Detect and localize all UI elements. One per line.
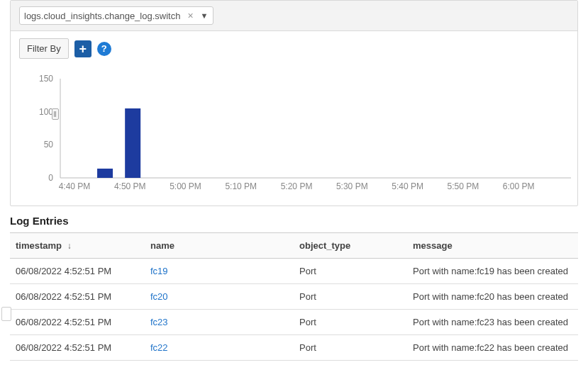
plus-icon: + <box>79 43 87 55</box>
cell-message: Port with name:fc20 has been created <box>407 284 578 310</box>
x-tick-label: 6:00 PM <box>503 181 535 191</box>
cell-name: fc22 <box>145 335 294 361</box>
name-link[interactable]: fc19 <box>150 266 168 276</box>
row-selector-handle[interactable] <box>1 307 11 321</box>
column-label: timestamp <box>16 240 62 251</box>
section-title: Log Entries <box>10 215 578 227</box>
add-filter-button[interactable]: + <box>74 40 91 57</box>
table-row: 06/08/2022 4:52:51 PMfc22PortPort with n… <box>10 335 578 361</box>
query-bar: logs.cloud_insights.change_log.switch × … <box>11 1 577 31</box>
cell-timestamp: 06/08/2022 4:52:51 PM <box>10 335 145 361</box>
cell-object-type: Port <box>294 310 407 335</box>
query-text: logs.cloud_insights.change_log.switch <box>24 11 180 21</box>
x-tick-label: 5:20 PM <box>281 181 313 191</box>
close-icon[interactable]: × <box>186 10 194 21</box>
name-link[interactable]: fc20 <box>150 291 168 302</box>
x-tick-label: 4:50 PM <box>114 181 146 191</box>
log-entries-table: timestamp ↓ name object_type message 06/… <box>10 232 578 361</box>
column-label: name <box>150 240 174 251</box>
cell-name: fc19 <box>145 259 294 284</box>
cell-message: Port with name:fc23 has been created <box>407 310 578 335</box>
x-tick-label: 5:30 PM <box>336 181 368 191</box>
x-tick-label: 5:00 PM <box>170 181 201 191</box>
column-header-name[interactable]: name <box>145 233 294 259</box>
filter-row: Filter By + ? <box>11 31 577 66</box>
table-row: 06/08/2022 4:52:51 PMfc19PortPort with n… <box>10 259 578 284</box>
column-header-timestamp[interactable]: timestamp ↓ <box>10 233 145 259</box>
chevron-down-icon[interactable]: ▼ <box>201 11 209 20</box>
y-tick-label: 150 <box>39 74 53 84</box>
chart-bar[interactable] <box>125 108 140 178</box>
x-tick-label: 5:10 PM <box>225 181 257 191</box>
table-row: 06/08/2022 4:52:51 PMfc20PortPort with n… <box>10 284 578 310</box>
bar-chart[interactable]: 0501001504:40 PM4:50 PM5:00 PM5:10 PM5:2… <box>18 72 578 196</box>
x-tick-label: 5:40 PM <box>392 181 423 191</box>
filter-by-button[interactable]: Filter By <box>19 38 69 59</box>
cell-object-type: Port <box>294 335 407 361</box>
y-tick-label: 0 <box>48 173 53 183</box>
column-header-message[interactable]: message <box>407 233 578 259</box>
help-icon[interactable]: ? <box>97 42 111 56</box>
column-label: object_type <box>299 240 350 251</box>
drag-handle-icon[interactable] <box>52 108 59 120</box>
query-pill[interactable]: logs.cloud_insights.change_log.switch × … <box>19 6 213 25</box>
chart-bar[interactable] <box>97 169 113 178</box>
query-panel: logs.cloud_insights.change_log.switch × … <box>10 0 578 206</box>
cell-message: Port with name:fc22 has been created <box>407 335 578 361</box>
table-header-row: timestamp ↓ name object_type message <box>10 233 578 259</box>
sort-descending-icon: ↓ <box>67 241 72 251</box>
x-tick-label: 5:50 PM <box>447 181 479 191</box>
cell-timestamp: 06/08/2022 4:52:51 PM <box>10 284 145 310</box>
cell-object-type: Port <box>294 284 407 310</box>
cell-message: Port with name:fc19 has been created <box>407 259 578 284</box>
cell-timestamp: 06/08/2022 4:52:51 PM <box>10 259 145 284</box>
column-label: message <box>413 240 453 251</box>
cell-object-type: Port <box>294 259 407 284</box>
cell-name: fc23 <box>145 310 294 335</box>
table-row: 06/08/2022 4:52:51 PMfc23PortPort with n… <box>10 310 578 335</box>
column-header-object-type[interactable]: object_type <box>294 233 407 259</box>
x-tick-label: 4:40 PM <box>59 181 91 191</box>
cell-timestamp: 06/08/2022 4:52:51 PM <box>10 310 145 335</box>
chart-area: 0501001504:40 PM4:50 PM5:00 PM5:10 PM5:2… <box>11 66 577 206</box>
name-link[interactable]: fc23 <box>150 317 168 327</box>
y-tick-label: 50 <box>44 140 54 150</box>
name-link[interactable]: fc22 <box>150 342 168 353</box>
cell-name: fc20 <box>145 284 294 310</box>
